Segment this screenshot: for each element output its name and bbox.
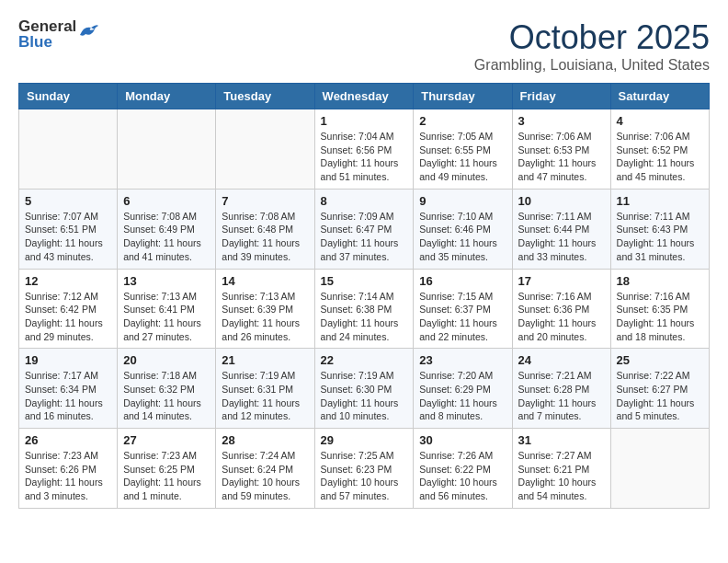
day-number: 7: [222, 194, 308, 208]
day-info: Sunrise: 7:23 AM Sunset: 6:26 PM Dayligh…: [25, 449, 111, 503]
calendar-cell: [610, 429, 709, 509]
calendar-cell: 18Sunrise: 7:16 AM Sunset: 6:35 PM Dayli…: [610, 269, 709, 349]
day-number: 9: [419, 194, 506, 208]
day-number: 22: [321, 353, 408, 367]
day-number: 4: [617, 114, 703, 128]
calendar-cell: [19, 109, 118, 190]
calendar-week-row: 26Sunrise: 7:23 AM Sunset: 6:26 PM Dayli…: [19, 429, 710, 509]
day-header-friday: Friday: [512, 84, 610, 109]
day-number: 14: [222, 274, 308, 288]
title-section: October 2025 Grambling, Louisiana, Unite…: [474, 18, 710, 74]
day-info: Sunrise: 7:14 AM Sunset: 6:38 PM Dayligh…: [321, 290, 408, 344]
calendar-cell: 30Sunrise: 7:26 AM Sunset: 6:22 PM Dayli…: [414, 429, 512, 509]
calendar-cell: 9Sunrise: 7:10 AM Sunset: 6:46 PM Daylig…: [414, 189, 512, 269]
day-info: Sunrise: 7:16 AM Sunset: 6:35 PM Dayligh…: [617, 290, 703, 344]
calendar-week-row: 12Sunrise: 7:12 AM Sunset: 6:42 PM Dayli…: [19, 269, 710, 349]
calendar-cell: 4Sunrise: 7:06 AM Sunset: 6:52 PM Daylig…: [610, 109, 709, 190]
day-number: 2: [419, 114, 506, 128]
day-number: 20: [123, 353, 210, 367]
day-number: 5: [25, 194, 111, 208]
calendar-cell: 14Sunrise: 7:13 AM Sunset: 6:39 PM Dayli…: [216, 269, 314, 349]
calendar-week-row: 5Sunrise: 7:07 AM Sunset: 6:51 PM Daylig…: [19, 189, 710, 269]
day-info: Sunrise: 7:06 AM Sunset: 6:53 PM Dayligh…: [518, 130, 605, 184]
day-number: 16: [419, 274, 506, 288]
calendar-cell: 29Sunrise: 7:25 AM Sunset: 6:23 PM Dayli…: [314, 429, 414, 509]
day-info: Sunrise: 7:19 AM Sunset: 6:31 PM Dayligh…: [222, 369, 308, 423]
day-info: Sunrise: 7:08 AM Sunset: 6:49 PM Dayligh…: [123, 210, 210, 264]
calendar-cell: 5Sunrise: 7:07 AM Sunset: 6:51 PM Daylig…: [19, 189, 118, 269]
day-info: Sunrise: 7:06 AM Sunset: 6:52 PM Dayligh…: [617, 130, 703, 184]
calendar-cell: 27Sunrise: 7:23 AM Sunset: 6:25 PM Dayli…: [118, 429, 216, 509]
calendar-cell: 1Sunrise: 7:04 AM Sunset: 6:56 PM Daylig…: [314, 109, 414, 190]
day-header-monday: Monday: [118, 84, 216, 109]
calendar-cell: 17Sunrise: 7:16 AM Sunset: 6:36 PM Dayli…: [512, 269, 610, 349]
day-header-sunday: Sunday: [19, 84, 118, 109]
day-info: Sunrise: 7:07 AM Sunset: 6:51 PM Dayligh…: [25, 210, 111, 264]
day-number: 19: [25, 353, 111, 367]
day-number: 30: [419, 433, 506, 447]
day-number: 28: [222, 433, 308, 447]
calendar-cell: 31Sunrise: 7:27 AM Sunset: 6:21 PM Dayli…: [512, 429, 610, 509]
calendar-cell: 21Sunrise: 7:19 AM Sunset: 6:31 PM Dayli…: [216, 349, 314, 429]
logo-bird-icon: [78, 22, 98, 42]
calendar-cell: 10Sunrise: 7:11 AM Sunset: 6:44 PM Dayli…: [512, 189, 610, 269]
day-number: 24: [518, 353, 605, 367]
calendar-cell: 28Sunrise: 7:24 AM Sunset: 6:24 PM Dayli…: [216, 429, 314, 509]
day-number: 12: [25, 274, 111, 288]
calendar-cell: 12Sunrise: 7:12 AM Sunset: 6:42 PM Dayli…: [19, 269, 118, 349]
day-number: 1: [321, 114, 408, 128]
day-info: Sunrise: 7:20 AM Sunset: 6:29 PM Dayligh…: [419, 369, 506, 423]
day-number: 26: [25, 433, 111, 447]
day-number: 29: [321, 433, 408, 447]
day-number: 21: [222, 353, 308, 367]
day-number: 15: [321, 274, 408, 288]
logo-general: General: [18, 18, 76, 34]
day-info: Sunrise: 7:10 AM Sunset: 6:46 PM Dayligh…: [419, 210, 506, 264]
day-info: Sunrise: 7:13 AM Sunset: 6:39 PM Dayligh…: [222, 290, 308, 344]
calendar-cell: 6Sunrise: 7:08 AM Sunset: 6:49 PM Daylig…: [118, 189, 216, 269]
day-number: 3: [518, 114, 605, 128]
day-header-tuesday: Tuesday: [216, 84, 314, 109]
day-header-thursday: Thursday: [414, 84, 512, 109]
calendar-cell: 15Sunrise: 7:14 AM Sunset: 6:38 PM Dayli…: [314, 269, 414, 349]
logo-text: General Blue: [18, 18, 76, 50]
day-number: 6: [123, 194, 210, 208]
day-number: 23: [419, 353, 506, 367]
calendar-cell: 7Sunrise: 7:08 AM Sunset: 6:48 PM Daylig…: [216, 189, 314, 269]
day-info: Sunrise: 7:18 AM Sunset: 6:32 PM Dayligh…: [123, 369, 210, 423]
calendar-cell: 13Sunrise: 7:13 AM Sunset: 6:41 PM Dayli…: [118, 269, 216, 349]
calendar-week-row: 1Sunrise: 7:04 AM Sunset: 6:56 PM Daylig…: [19, 109, 710, 190]
day-info: Sunrise: 7:04 AM Sunset: 6:56 PM Dayligh…: [321, 130, 408, 184]
day-info: Sunrise: 7:27 AM Sunset: 6:21 PM Dayligh…: [518, 449, 605, 503]
calendar-cell: 16Sunrise: 7:15 AM Sunset: 6:37 PM Dayli…: [414, 269, 512, 349]
day-number: 31: [518, 433, 605, 447]
day-info: Sunrise: 7:26 AM Sunset: 6:22 PM Dayligh…: [419, 449, 506, 503]
day-info: Sunrise: 7:05 AM Sunset: 6:55 PM Dayligh…: [419, 130, 506, 184]
location-subtitle: Grambling, Louisiana, United States: [474, 57, 710, 74]
logo-blue: Blue: [18, 34, 76, 50]
day-header-wednesday: Wednesday: [314, 84, 414, 109]
calendar-cell: 25Sunrise: 7:22 AM Sunset: 6:27 PM Dayli…: [610, 349, 709, 429]
logo: General Blue: [18, 18, 98, 50]
calendar-cell: 8Sunrise: 7:09 AM Sunset: 6:47 PM Daylig…: [314, 189, 414, 269]
day-info: Sunrise: 7:09 AM Sunset: 6:47 PM Dayligh…: [321, 210, 408, 264]
day-info: Sunrise: 7:24 AM Sunset: 6:24 PM Dayligh…: [222, 449, 308, 503]
day-info: Sunrise: 7:23 AM Sunset: 6:25 PM Dayligh…: [123, 449, 210, 503]
month-title: October 2025: [474, 18, 710, 57]
day-info: Sunrise: 7:12 AM Sunset: 6:42 PM Dayligh…: [25, 290, 111, 344]
page-header: General Blue October 2025 Grambling, Lou…: [18, 18, 710, 74]
calendar-cell: 3Sunrise: 7:06 AM Sunset: 6:53 PM Daylig…: [512, 109, 610, 190]
day-info: Sunrise: 7:08 AM Sunset: 6:48 PM Dayligh…: [222, 210, 308, 264]
calendar-cell: 19Sunrise: 7:17 AM Sunset: 6:34 PM Dayli…: [19, 349, 118, 429]
calendar-cell: 11Sunrise: 7:11 AM Sunset: 6:43 PM Dayli…: [610, 189, 709, 269]
calendar-cell: 26Sunrise: 7:23 AM Sunset: 6:26 PM Dayli…: [19, 429, 118, 509]
calendar-cell: 24Sunrise: 7:21 AM Sunset: 6:28 PM Dayli…: [512, 349, 610, 429]
day-info: Sunrise: 7:16 AM Sunset: 6:36 PM Dayligh…: [518, 290, 605, 344]
day-number: 11: [617, 194, 703, 208]
day-number: 8: [321, 194, 408, 208]
calendar-cell: [118, 109, 216, 190]
day-number: 27: [123, 433, 210, 447]
day-header-saturday: Saturday: [610, 84, 709, 109]
day-info: Sunrise: 7:11 AM Sunset: 6:44 PM Dayligh…: [518, 210, 605, 264]
day-info: Sunrise: 7:17 AM Sunset: 6:34 PM Dayligh…: [25, 369, 111, 423]
